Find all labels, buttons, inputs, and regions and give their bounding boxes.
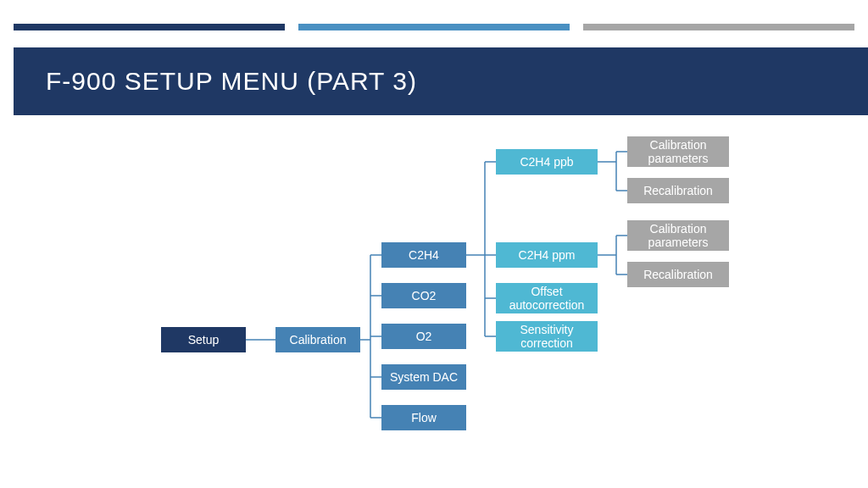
node-calibration-parameters-2: Calibration parameters [627,220,729,251]
node-offset-autocorrection: Offset autocorrection [496,283,598,313]
node-system-dac: System DAC [381,364,466,390]
node-c2h4: C2H4 [381,242,466,268]
node-co2: CO2 [381,283,466,308]
diagram-canvas: Setup Calibration C2H4 CO2 O2 System DAC… [0,0,868,488]
node-recalibration-2: Recalibration [627,262,729,287]
node-flow: Flow [381,405,466,430]
node-sensitivity-correction: Sensitivity correction [496,321,598,352]
node-recalibration-1: Recalibration [627,178,729,203]
node-o2: O2 [381,324,466,349]
node-c2h4-ppm: C2H4 ppm [496,242,598,268]
node-calibration-parameters-1: Calibration parameters [627,136,729,167]
node-calibration: Calibration [275,327,360,352]
node-setup: Setup [161,327,246,352]
node-c2h4-ppb: C2H4 ppb [496,149,598,175]
